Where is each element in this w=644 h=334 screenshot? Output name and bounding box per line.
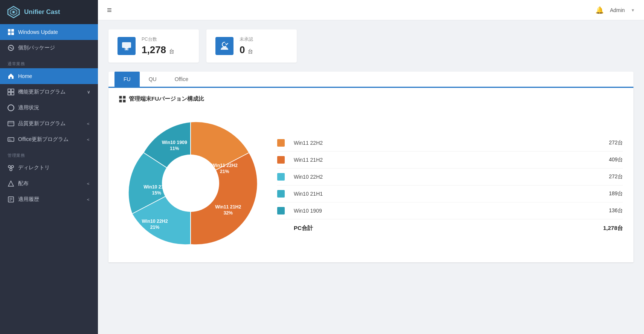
legend-color-1 [277,156,285,164]
unapproved-label: 未承認 [240,36,253,43]
chart-title-text: 管理端末FUバージョン構成比 [129,95,204,103]
apply-status-label: 適用状況 [18,104,39,111]
topbar: ≡ 🔔 Admin ▼ [98,0,644,20]
svg-text:Win11 21H2: Win11 21H2 [215,204,241,210]
svg-rect-4 [11,29,14,32]
quality-update-icon [8,120,14,127]
legend-total-label: PC合計 [277,225,600,232]
svg-rect-35 [119,100,122,102]
home-icon [8,73,14,80]
feature-update-icon [8,89,14,95]
stat-cards: PC台数 1,278 台 未承認 [108,29,633,63]
svg-point-19 [10,169,12,171]
svg-point-17 [8,165,11,168]
svg-text:Win10 22H2: Win10 22H2 [142,219,168,224]
svg-marker-22 [8,181,14,186]
legend-label-4: Win10 1909 [294,208,600,214]
pc-count-label: PC台数 [142,36,174,43]
legend-color-4 [277,207,285,214]
legend-value-4: 136台 [600,207,623,214]
tab-fu[interactable]: FU [114,72,140,88]
legend-label-0: Win11 22H2 [294,140,600,146]
sidebar: Unifier Cast Windows Update 個別パッケージ 通常業務… [0,0,98,334]
pc-count-icon [118,37,136,55]
sidebar-item-apply-history[interactable]: 適用履歴 ＜ [0,192,98,207]
main-area: ≡ 🔔 Admin ▼ PC台数 [98,0,644,334]
directory-icon [8,164,14,171]
content-area: PC台数 1,278 台 未承認 [98,20,644,334]
svg-rect-27 [122,42,131,48]
svg-text:11%: 11% [170,146,179,151]
sidebar-item-windows-update[interactable]: Windows Update [0,24,98,40]
pc-count-info: PC台数 1,278 台 [142,36,174,56]
legend-color-2 [277,173,285,181]
distribution-chevron: ＜ [86,181,90,187]
feature-update-chevron: ∨ [87,89,90,95]
tabs-container: FU QU Office 管理端末FUバージョン構成比 [108,72,633,262]
svg-rect-34 [123,96,126,98]
sidebar-item-feature-update[interactable]: 機能更新プログラム ∨ [0,84,98,100]
legend-row-1: Win11 21H2 409台 [277,152,623,169]
sidebar-item-distribution[interactable]: 配布 ＜ [0,176,98,192]
legend-row-2: Win10 22H2 272台 [277,169,623,185]
tab-qu[interactable]: QU [140,72,166,88]
svg-point-2 [12,11,15,13]
windows-update-label: Windows Update [18,29,58,35]
legend-color-3 [277,190,285,198]
svg-text:Win11 22H2: Win11 22H2 [212,163,238,168]
legend-value-3: 189台 [600,190,623,197]
stat-card-pc-count: PC台数 1,278 台 [108,29,199,63]
distribution-icon [8,180,14,187]
svg-text:Win10 21H1: Win10 21H1 [143,184,169,190]
svg-point-32 [224,41,229,46]
svg-text:21%: 21% [220,169,229,174]
svg-rect-5 [8,32,11,35]
admin-chevron-icon[interactable]: ▼ [631,8,635,12]
unapproved-info: 未承認 0 台 [240,36,253,56]
legend-value-1: 409台 [600,156,623,163]
chart-title: 管理端末FUバージョン構成比 [119,95,623,103]
apply-history-chevron: ＜ [86,196,90,203]
unapproved-icon [215,37,233,55]
legend-label-3: Win10 21H1 [294,191,600,197]
sidebar-item-individual-package[interactable]: 個別パッケージ [0,40,98,56]
app-logo[interactable]: Unifier Cast [0,0,98,24]
sidebar-item-quality-update[interactable]: 品質更新プログラム ＜ [0,116,98,132]
office-update-chevron: ＜ [86,136,90,143]
sidebar-item-apply-status[interactable]: 適用状況 [0,100,98,116]
svg-text:21%: 21% [150,225,160,230]
individual-package-label: 個別パッケージ [18,44,55,51]
notification-bell-icon[interactable]: 🔔 [595,6,604,14]
legend-label-1: Win11 21H2 [294,157,600,163]
svg-rect-3 [8,29,11,32]
legend-row-0: Win11 22H2 272台 [277,135,623,152]
quality-update-chevron: ＜ [86,121,90,127]
menu-toggle-button[interactable]: ≡ [107,5,112,15]
office-update-label: Office更新プログラム [18,136,69,143]
chart-section: 管理端末FUバージョン構成比 [108,88,633,262]
feature-update-label: 機能更新プログラム [18,89,66,95]
admin-label[interactable]: Admin [610,7,625,13]
chart-content: Win11 22H2 21% Win11 21H2 32% Win10 22H2… [119,112,623,255]
pc-count-unit: 台 [169,48,174,55]
sidebar-item-office-update[interactable]: Office更新プログラム ＜ [0,132,98,147]
donut-chart: Win11 22H2 21% Win11 21H2 32% Win10 22H2… [119,112,262,255]
section-mgmt: 管理業務 [0,147,98,160]
unapproved-value: 0 [240,44,245,56]
office-update-icon [8,136,14,143]
legend-total-row: PC合計 1,278台 [277,219,623,232]
tab-office[interactable]: Office [166,72,197,88]
sidebar-item-directory[interactable]: ディレクトリ [0,160,98,176]
svg-rect-11 [11,92,14,95]
legend-value-0: 272台 [600,139,623,146]
topbar-right: 🔔 Admin ▼ [595,6,635,14]
windows-icon [8,29,14,35]
svg-rect-6 [11,32,14,35]
sidebar-item-home[interactable]: Home [0,68,98,84]
legend-row-3: Win10 21H1 189台 [277,185,623,202]
app-name: Unifier Cast [24,8,60,16]
svg-text:Win10 1909: Win10 1909 [162,140,187,145]
svg-text:15%: 15% [152,190,161,196]
directory-label: ディレクトリ [18,164,50,171]
svg-rect-8 [8,89,11,92]
